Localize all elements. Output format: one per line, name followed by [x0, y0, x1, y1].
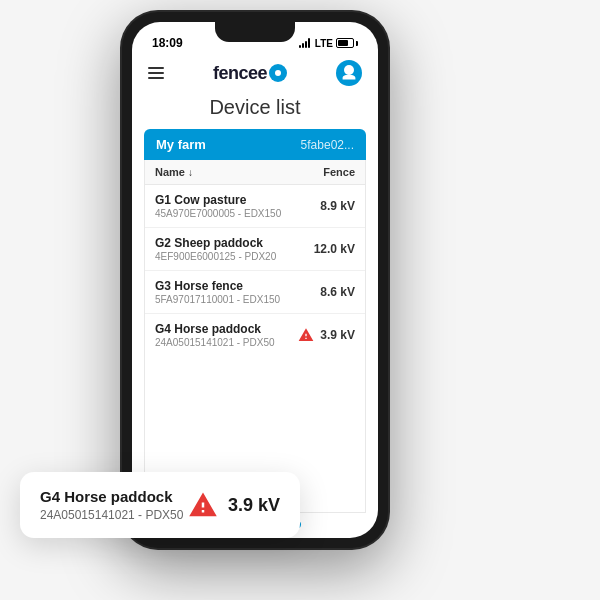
device-voltage: 8.6 kV: [320, 285, 355, 299]
column-fence-header: Fence: [323, 166, 355, 178]
phone-inner: 18:09 LTE: [122, 12, 388, 548]
farm-tab[interactable]: My farm 5fabe02...: [144, 129, 366, 160]
device-serial: 24A05015141021 - PDX50: [155, 337, 298, 348]
user-avatar[interactable]: [336, 60, 362, 86]
tooltip-device-name: G4 Horse paddock: [40, 488, 188, 505]
screen: 18:09 LTE: [132, 22, 378, 538]
table-row[interactable]: G2 Sheep paddock4EF900E6000125 - PDX2012…: [145, 228, 365, 271]
logo-text: fencee: [213, 63, 267, 84]
tooltip-card: G4 Horse paddock 24A05015141021 - PDX50 …: [20, 472, 300, 538]
device-info: G1 Cow pasture45A970E7000005 - EDX150: [155, 193, 320, 219]
device-serial: 45A970E7000005 - EDX150: [155, 208, 320, 219]
tooltip-right: 3.9 kV: [188, 490, 280, 520]
device-right: 8.6 kV: [320, 285, 355, 299]
device-right: 12.0 kV: [314, 242, 355, 256]
tooltip-warning-icon: [188, 490, 218, 520]
farm-name: My farm: [156, 137, 206, 152]
status-time: 18:09: [152, 36, 183, 50]
device-name: G2 Sheep paddock: [155, 236, 314, 250]
device-voltage: 12.0 kV: [314, 242, 355, 256]
tooltip-device-info: G4 Horse paddock 24A05015141021 - PDX50: [40, 488, 188, 522]
app-header: fencee: [132, 54, 378, 92]
notch: [215, 22, 295, 42]
device-name: G3 Horse fence: [155, 279, 320, 293]
device-serial: 4EF900E6000125 - PDX20: [155, 251, 314, 262]
tooltip-device-serial: 24A05015141021 - PDX50: [40, 508, 188, 522]
device-info: G2 Sheep paddock4EF900E6000125 - PDX20: [155, 236, 314, 262]
table-row[interactable]: G4 Horse paddock24A05015141021 - PDX503.…: [145, 314, 365, 356]
warning-icon: [298, 327, 314, 343]
device-voltage: 3.9 kV: [320, 328, 355, 342]
battery-icon: [336, 38, 358, 48]
page-title: Device list: [132, 92, 378, 129]
device-right: 3.9 kV: [298, 327, 355, 343]
tooltip-voltage: 3.9 kV: [228, 495, 280, 516]
farm-id: 5fabe02...: [301, 138, 354, 152]
device-table: Name ↓ Fence G1 Cow pasture45A970E700000…: [144, 160, 366, 513]
sort-icon[interactable]: ↓: [188, 167, 193, 178]
device-rows-container: G1 Cow pasture45A970E7000005 - EDX1508.9…: [145, 185, 365, 356]
device-info: G3 Horse fence5FA97017110001 - EDX150: [155, 279, 320, 305]
lte-label: LTE: [315, 38, 333, 49]
logo-dot-icon: [269, 64, 287, 82]
table-header: Name ↓ Fence: [145, 160, 365, 185]
device-name: G1 Cow pasture: [155, 193, 320, 207]
column-name-header: Name ↓: [155, 166, 193, 178]
device-info: G4 Horse paddock24A05015141021 - PDX50: [155, 322, 298, 348]
device-name: G4 Horse paddock: [155, 322, 298, 336]
phone-shell: 18:09 LTE: [120, 10, 390, 550]
table-row[interactable]: G3 Horse fence5FA97017110001 - EDX1508.6…: [145, 271, 365, 314]
hamburger-menu[interactable]: [148, 67, 164, 79]
app-logo: fencee: [213, 63, 287, 84]
device-serial: 5FA97017110001 - EDX150: [155, 294, 320, 305]
signal-icon: [299, 38, 310, 48]
status-icons: LTE: [299, 38, 358, 49]
device-voltage: 8.9 kV: [320, 199, 355, 213]
user-icon-svg: [341, 65, 357, 81]
table-row[interactable]: G1 Cow pasture45A970E7000005 - EDX1508.9…: [145, 185, 365, 228]
scene: 18:09 LTE: [0, 0, 600, 600]
device-right: 8.9 kV: [320, 199, 355, 213]
